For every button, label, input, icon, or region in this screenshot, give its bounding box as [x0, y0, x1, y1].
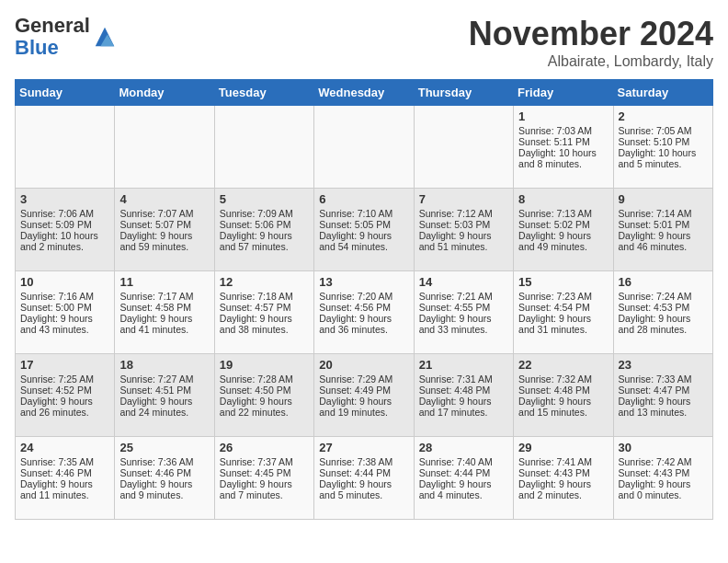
day-number: 29 [518, 441, 608, 454]
day-info-line: Sunset: 4:56 PM [319, 302, 408, 313]
calendar-cell: 21Sunrise: 7:31 AMSunset: 4:48 PMDayligh… [414, 354, 513, 437]
day-number: 28 [419, 441, 508, 454]
day-info-line: Sunrise: 7:33 AM [619, 373, 708, 385]
calendar-cell: 28Sunrise: 7:40 AMSunset: 4:44 PMDayligh… [414, 437, 513, 520]
day-info-line: Sunrise: 7:27 AM [119, 373, 209, 385]
calendar-header-wednesday: Wednesday [314, 80, 414, 106]
day-info-line: Sunset: 4:58 PM [119, 302, 209, 313]
day-number: 9 [619, 192, 708, 206]
day-info-line: Daylight: 9 hours and 24 minutes. [119, 396, 209, 418]
day-info-line: Sunset: 5:00 PM [20, 302, 109, 313]
calendar-cell: 3Sunrise: 7:06 AMSunset: 5:09 PMDaylight… [16, 189, 115, 271]
day-number: 18 [119, 358, 209, 372]
calendar-cell: 14Sunrise: 7:21 AMSunset: 4:55 PMDayligh… [414, 271, 513, 354]
day-info-line: Sunrise: 7:40 AM [419, 456, 508, 467]
calendar-cell: 10Sunrise: 7:16 AMSunset: 5:00 PMDayligh… [16, 271, 115, 354]
calendar-header-friday: Friday [514, 80, 613, 106]
day-info-line: Sunset: 4:48 PM [419, 385, 508, 396]
day-info-line: Daylight: 9 hours and 51 minutes. [419, 230, 508, 252]
day-info-line: Sunrise: 7:13 AM [518, 208, 608, 219]
calendar-cell: 17Sunrise: 7:25 AMSunset: 4:52 PMDayligh… [16, 354, 115, 437]
day-info-line: Sunset: 5:10 PM [619, 136, 708, 147]
day-number: 8 [518, 192, 608, 206]
day-info-line: Sunset: 4:52 PM [20, 385, 109, 396]
day-info-line: Sunrise: 7:05 AM [619, 125, 708, 136]
day-number: 10 [20, 275, 109, 289]
calendar-cell [414, 106, 513, 189]
day-number: 27 [319, 441, 408, 454]
day-info-line: Daylight: 9 hours and 17 minutes. [419, 396, 508, 418]
day-info-line: Daylight: 9 hours and 26 minutes. [20, 396, 109, 418]
day-info-line: Sunrise: 7:35 AM [20, 456, 109, 467]
calendar-cell: 30Sunrise: 7:42 AMSunset: 4:43 PMDayligh… [613, 437, 712, 520]
day-info-line: Sunrise: 7:31 AM [419, 373, 508, 385]
calendar-header-thursday: Thursday [414, 80, 513, 106]
day-info-line: Sunset: 5:02 PM [518, 219, 608, 230]
logo[interactable]: General Blue [15, 15, 118, 59]
calendar-cell [16, 106, 115, 189]
day-number: 1 [518, 109, 608, 123]
day-info-line: Daylight: 9 hours and 38 minutes. [220, 313, 309, 335]
day-number: 23 [619, 358, 708, 372]
day-info-line: Daylight: 9 hours and 9 minutes. [119, 478, 209, 500]
calendar-cell: 23Sunrise: 7:33 AMSunset: 4:47 PMDayligh… [613, 354, 712, 437]
day-info-line: Daylight: 9 hours and 36 minutes. [319, 313, 408, 335]
calendar-header-saturday: Saturday [613, 80, 712, 106]
day-info-line: Sunrise: 7:18 AM [220, 291, 309, 302]
day-number: 24 [20, 441, 109, 454]
page-header: General Blue November 2024 Albairate, Lo… [15, 15, 713, 70]
day-info-line: Daylight: 9 hours and 4 minutes. [419, 478, 508, 500]
day-info-line: Daylight: 9 hours and 33 minutes. [419, 313, 508, 335]
day-number: 15 [518, 275, 608, 289]
day-info-line: Sunset: 5:07 PM [119, 219, 209, 230]
day-info-line: Sunrise: 7:20 AM [319, 291, 408, 302]
calendar-cell: 2Sunrise: 7:05 AMSunset: 5:10 PMDaylight… [613, 106, 712, 189]
day-info-line: Daylight: 9 hours and 46 minutes. [619, 230, 708, 252]
day-info-line: Sunrise: 7:16 AM [20, 291, 109, 302]
day-number: 26 [220, 441, 309, 454]
day-info-line: Sunset: 5:11 PM [518, 136, 608, 147]
day-number: 20 [319, 358, 408, 372]
day-info-line: Daylight: 9 hours and 7 minutes. [220, 478, 309, 500]
day-info-line: Daylight: 9 hours and 54 minutes. [319, 230, 408, 252]
day-info-line: Sunrise: 7:07 AM [119, 208, 209, 219]
calendar-cell: 11Sunrise: 7:17 AMSunset: 4:58 PMDayligh… [115, 271, 214, 354]
calendar-cell: 25Sunrise: 7:36 AMSunset: 4:46 PMDayligh… [115, 437, 214, 520]
day-number: 14 [419, 275, 508, 289]
calendar-cell: 13Sunrise: 7:20 AMSunset: 4:56 PMDayligh… [314, 271, 414, 354]
day-info-line: Sunset: 4:44 PM [319, 467, 408, 478]
day-info-line: Sunrise: 7:10 AM [319, 208, 408, 219]
day-info-line: Sunrise: 7:09 AM [220, 208, 309, 219]
calendar-cell: 9Sunrise: 7:14 AMSunset: 5:01 PMDaylight… [613, 189, 712, 271]
calendar-body: 1Sunrise: 7:03 AMSunset: 5:11 PMDaylight… [16, 106, 713, 520]
day-info-line: Daylight: 9 hours and 43 minutes. [20, 313, 109, 335]
day-info-line: Sunrise: 7:12 AM [419, 208, 508, 219]
day-info-line: Daylight: 10 hours and 8 minutes. [518, 147, 608, 169]
calendar-cell [214, 106, 313, 189]
day-number: 30 [619, 441, 708, 454]
calendar-header-sunday: Sunday [16, 80, 115, 106]
day-number: 25 [119, 441, 209, 454]
calendar-cell: 7Sunrise: 7:12 AMSunset: 5:03 PMDaylight… [414, 189, 513, 271]
day-info-line: Sunset: 4:46 PM [119, 467, 209, 478]
day-info-line: Sunrise: 7:14 AM [619, 208, 708, 219]
calendar-header-monday: Monday [115, 80, 214, 106]
calendar-cell: 20Sunrise: 7:29 AMSunset: 4:49 PMDayligh… [314, 354, 414, 437]
calendar-cell: 6Sunrise: 7:10 AMSunset: 5:05 PMDaylight… [314, 189, 414, 271]
day-info-line: Sunset: 4:44 PM [419, 467, 508, 478]
day-info-line: Sunset: 4:45 PM [220, 467, 309, 478]
calendar-cell: 1Sunrise: 7:03 AMSunset: 5:11 PMDaylight… [514, 106, 613, 189]
calendar-week-2: 3Sunrise: 7:06 AMSunset: 5:09 PMDaylight… [16, 189, 713, 271]
day-info-line: Sunrise: 7:42 AM [619, 456, 708, 467]
day-info-line: Sunrise: 7:37 AM [220, 456, 309, 467]
day-info-line: Sunrise: 7:17 AM [119, 291, 209, 302]
calendar-cell: 16Sunrise: 7:24 AMSunset: 4:53 PMDayligh… [613, 271, 712, 354]
calendar-cell: 27Sunrise: 7:38 AMSunset: 4:44 PMDayligh… [314, 437, 414, 520]
day-info-line: Daylight: 9 hours and 2 minutes. [518, 478, 608, 500]
day-number: 19 [220, 358, 309, 372]
day-info-line: Daylight: 9 hours and 49 minutes. [518, 230, 608, 252]
day-info-line: Sunrise: 7:32 AM [518, 373, 608, 385]
day-info-line: Daylight: 9 hours and 13 minutes. [619, 396, 708, 418]
month-title: November 2024 [469, 15, 713, 53]
day-info-line: Sunrise: 7:03 AM [518, 125, 608, 136]
